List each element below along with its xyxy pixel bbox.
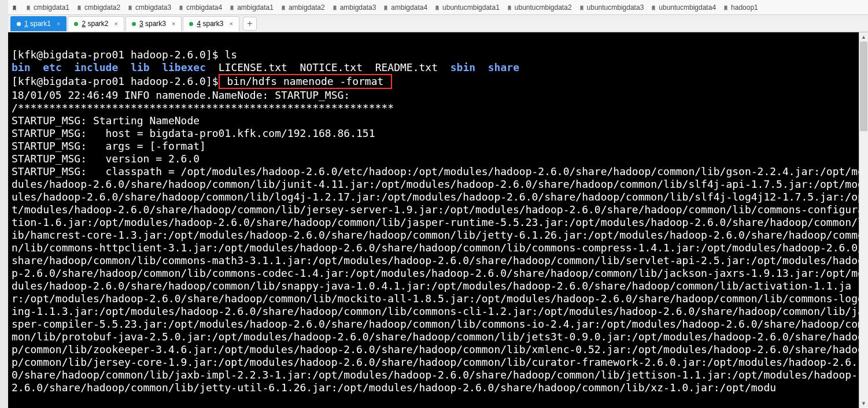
scroll-up-arrow[interactable]: ▲ bbox=[859, 32, 868, 42]
terminal-pane[interactable]: [kfk@bigdata-pro01 hadoop-2.6.0]$ ls bin… bbox=[8, 32, 868, 408]
log-line: 18/01/05 22:46:49 INFO namenode.NameNode… bbox=[12, 89, 350, 101]
bookmark-label: hadoop1 bbox=[731, 3, 758, 12]
log-line: /***************************************… bbox=[12, 102, 394, 114]
ls-entry: NOTICE.txt bbox=[300, 61, 363, 73]
bookmark-icon bbox=[229, 5, 235, 10]
bookmark-label: ambigdata1 bbox=[237, 3, 274, 12]
ls-entry: lib bbox=[131, 61, 150, 73]
bookmark-label: cmbigdata3 bbox=[135, 3, 171, 12]
bookmark-label: ubuntucmbigdata1 bbox=[442, 3, 500, 12]
close-tab-icon[interactable]: × bbox=[57, 20, 60, 27]
bookmark-tab[interactable]: ambigdata3 bbox=[328, 2, 380, 13]
bookmark-bar: cmbigdata1cmbigdata2cmbigdata3cmbigdata4… bbox=[8, 0, 868, 15]
bookmark-label: ubuntucmbigdata4 bbox=[659, 3, 716, 12]
session-tab-label: 3 spark3 bbox=[139, 20, 166, 28]
spacer bbox=[149, 61, 162, 73]
status-dot-icon bbox=[132, 22, 136, 26]
session-tab[interactable]: 3 spark3× bbox=[125, 16, 182, 31]
highlighted-command: bin/hdfs namenode -format bbox=[219, 74, 393, 89]
bookmark-label: cmbigdata2 bbox=[84, 3, 120, 12]
log-line: STARTUP_MSG: version = 2.6.0 bbox=[12, 153, 200, 165]
command-text: ls bbox=[224, 49, 237, 61]
spacer bbox=[363, 61, 375, 73]
bookmark-icon bbox=[579, 5, 585, 10]
ls-entry: README.txt bbox=[375, 61, 438, 73]
bookmark-label: ambigdata2 bbox=[289, 3, 325, 12]
shell-prompt: [kfk@bigdata-pro01 hadoop-2.6.0]$ bbox=[12, 49, 224, 61]
bookmark-label: cmbigdata4 bbox=[186, 3, 222, 12]
left-gutter bbox=[0, 0, 8, 408]
ls-entry: LICENSE.txt bbox=[219, 61, 287, 73]
session-tab[interactable]: 4 spark3× bbox=[183, 16, 239, 31]
scrollbar-thumb[interactable] bbox=[860, 42, 867, 131]
bookmark-tab[interactable]: cmbigdata2 bbox=[73, 2, 124, 13]
bookmark-label: ambigdata4 bbox=[391, 3, 427, 12]
session-tab-label: 1 spark1 bbox=[24, 20, 51, 28]
bookmark-tab[interactable]: ubuntucmbigdata3 bbox=[575, 2, 648, 13]
spacer bbox=[287, 61, 300, 73]
bookmark-tab[interactable]: ambigdata1 bbox=[226, 2, 277, 13]
spacer bbox=[475, 61, 488, 73]
bookmark-icon bbox=[383, 5, 389, 10]
bookmark-tab[interactable]: ubuntucmbigdata1 bbox=[431, 2, 503, 13]
scroll-down-arrow[interactable]: ▼ bbox=[859, 399, 868, 408]
bookmark-tab[interactable]: hadoop1 bbox=[719, 2, 762, 13]
ls-entry: sbin bbox=[450, 61, 475, 73]
ls-entry: bin bbox=[12, 61, 31, 73]
bookmark-icon bbox=[507, 5, 512, 10]
classpath-log: STARTUP_MSG: classpath = /opt/modules/ha… bbox=[12, 165, 864, 394]
bookmark-icon bbox=[76, 5, 82, 10]
log-line: STARTUP_MSG: Starting NameNode bbox=[12, 114, 200, 127]
log-line: STARTUP_MSG: args = [-format] bbox=[12, 140, 206, 152]
bookmark-icon bbox=[25, 5, 31, 10]
bookmark-icon bbox=[332, 5, 338, 10]
bookmark-icon bbox=[723, 5, 729, 10]
status-dot-icon bbox=[17, 22, 21, 26]
session-tab-label: 2 spark2 bbox=[82, 20, 108, 28]
close-tab-icon[interactable]: × bbox=[114, 20, 118, 27]
session-tab-label: 4 spark3 bbox=[197, 20, 223, 28]
ls-entry: include bbox=[74, 61, 118, 73]
spacer bbox=[206, 61, 219, 73]
ls-entry: share bbox=[488, 61, 519, 73]
status-dot-icon bbox=[74, 22, 78, 26]
shell-prompt: [kfk@bigdata-pro01 hadoop-2.6.0]$ bbox=[12, 75, 219, 87]
bookmark-tab[interactable]: cmbigdata4 bbox=[175, 2, 226, 13]
bookmark-tab[interactable]: cmbigdata3 bbox=[124, 2, 175, 13]
close-tab-icon[interactable]: × bbox=[172, 20, 175, 27]
close-tab-icon[interactable]: × bbox=[230, 20, 233, 27]
ls-entry: etc bbox=[43, 61, 62, 73]
bookmark-icon bbox=[127, 5, 133, 10]
bookmark-label: ubuntucmbigdata2 bbox=[515, 3, 572, 12]
bookmark-tab[interactable]: cmbigdata1 bbox=[22, 2, 73, 13]
spacer bbox=[62, 61, 75, 73]
bookmark-label: cmbigdata1 bbox=[34, 3, 69, 12]
bookmark-tab[interactable]: ubuntucmbigdata2 bbox=[503, 2, 575, 13]
bookmark-tab[interactable]: ubuntucmbigdata4 bbox=[647, 2, 719, 13]
bookmark-label: ambigdata3 bbox=[340, 3, 376, 12]
bookmark-tab[interactable]: ambigdata2 bbox=[277, 2, 328, 13]
bookmark-add-icon[interactable] bbox=[12, 5, 17, 10]
session-tab[interactable]: 2 spark2× bbox=[68, 16, 124, 31]
ls-output: bin etc include lib libexec LICENSE.txt … bbox=[12, 61, 519, 73]
bookmark-label: ubuntucmbigdata3 bbox=[587, 3, 644, 12]
bookmark-icon bbox=[280, 5, 286, 10]
session-tab-bar: 1 spark1×2 spark2×3 spark3×4 spark3× + bbox=[8, 15, 868, 32]
bookmark-icon bbox=[651, 5, 656, 10]
bookmark-icon bbox=[178, 5, 184, 10]
bookmark-icon bbox=[434, 5, 440, 10]
spacer bbox=[118, 61, 131, 73]
bookmark-tab[interactable]: ambigdata4 bbox=[379, 2, 431, 13]
add-session-tab-button[interactable]: + bbox=[243, 17, 257, 31]
vertical-scrollbar[interactable]: ▲ ▼ bbox=[859, 32, 868, 408]
session-tab[interactable]: 1 spark1× bbox=[10, 16, 67, 31]
spacer bbox=[31, 61, 43, 73]
ls-entry: libexec bbox=[162, 61, 206, 73]
spacer bbox=[438, 61, 450, 73]
status-dot-icon bbox=[189, 22, 193, 26]
log-line: STARTUP_MSG: host = bigdata-pro01.kfk.co… bbox=[12, 127, 375, 139]
